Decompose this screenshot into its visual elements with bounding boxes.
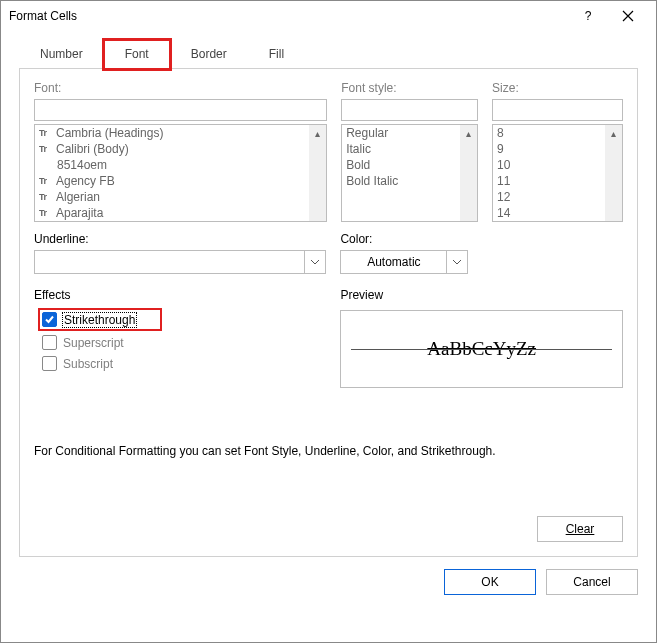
scrollbar[interactable]: ▴ [605,125,622,221]
list-item[interactable]: Bold Italic [342,173,477,189]
strikethrough-checkbox[interactable]: Strikethrough [40,310,160,329]
list-item[interactable]: Regular [342,125,477,141]
superscript-label: Superscript [63,336,124,350]
list-item[interactable]: 14 [493,205,622,221]
list-item[interactable]: 9 [493,141,622,157]
list-item[interactable]: 11 [493,173,622,189]
checkbox-box [42,312,57,327]
title-bar: Format Cells ? [1,1,656,31]
scrollbar[interactable]: ▴ [460,125,477,221]
close-icon [622,10,634,22]
truetype-icon: Tr [39,144,53,154]
size-input[interactable] [492,99,623,121]
effects-label: Effects [34,288,326,302]
checkbox-box [42,356,57,371]
list-item[interactable]: TrAlgerian [35,189,326,205]
tab-fill[interactable]: Fill [248,40,305,69]
clear-button[interactable]: Clear [537,516,623,542]
chevron-down-icon [311,260,319,265]
ok-button[interactable]: OK [444,569,536,595]
help-button[interactable]: ? [568,1,608,31]
list-item[interactable]: TrAgency FB [35,173,326,189]
underline-combo[interactable] [34,250,326,274]
list-item[interactable]: TrCalibri (Body) [35,141,326,157]
check-icon [44,314,55,325]
truetype-icon: Tr [39,192,53,202]
color-value[interactable]: Automatic [340,250,446,274]
scrollbar[interactable]: ▴ [309,125,326,221]
scroll-up-icon[interactable]: ▴ [309,125,326,142]
list-item[interactable]: 8514oem [35,157,326,173]
color-label: Color: [340,232,623,246]
truetype-icon: Tr [39,208,53,218]
scroll-up-icon[interactable]: ▴ [605,125,622,142]
size-label: Size: [492,81,623,95]
list-item[interactable]: 12 [493,189,622,205]
truetype-icon: Tr [39,128,53,138]
underline-value[interactable] [34,250,304,274]
strikethrough-label: Strikethrough [63,313,136,327]
underline-label: Underline: [34,232,326,246]
color-dropdown-button[interactable] [446,250,468,274]
list-item[interactable]: TrCambria (Headings) [35,125,326,141]
list-item[interactable]: 10 [493,157,622,173]
note-text: For Conditional Formatting you can set F… [34,444,623,458]
underline-dropdown-button[interactable] [304,250,326,274]
window-title: Format Cells [9,9,568,23]
tab-font[interactable]: Font [104,40,170,69]
font-list[interactable]: TrCambria (Headings) TrCalibri (Body) 85… [34,124,327,222]
subscript-label: Subscript [63,357,113,371]
font-style-list[interactable]: Regular Italic Bold Bold Italic ▴ [341,124,478,222]
tab-border[interactable]: Border [170,40,248,69]
list-item[interactable]: Bold [342,157,477,173]
font-label: Font: [34,81,327,95]
chevron-down-icon [453,260,461,265]
preview-box: AaBbCcYyZz [340,310,623,388]
font-style-input[interactable] [341,99,478,121]
list-item[interactable]: 8 [493,125,622,141]
subscript-checkbox[interactable]: Subscript [42,356,326,371]
tab-number[interactable]: Number [19,40,104,69]
close-button[interactable] [608,1,648,31]
checkbox-box [42,335,57,350]
truetype-icon: Tr [39,176,53,186]
dialog-footer: OK Cancel [1,557,656,609]
scroll-up-icon[interactable]: ▴ [460,125,477,142]
color-combo[interactable]: Automatic [340,250,468,274]
superscript-checkbox[interactable]: Superscript [42,335,326,350]
size-list[interactable]: 8 9 10 11 12 14 ▴ [492,124,623,222]
list-item[interactable]: TrAparajita [35,205,326,221]
font-style-label: Font style: [341,81,478,95]
font-panel: Font: TrCambria (Headings) TrCalibri (Bo… [19,69,638,557]
preview-label: Preview [340,288,623,302]
font-input[interactable] [34,99,327,121]
cancel-button[interactable]: Cancel [546,569,638,595]
tab-bar: Number Font Border Fill [19,39,638,69]
list-item[interactable]: Italic [342,141,477,157]
